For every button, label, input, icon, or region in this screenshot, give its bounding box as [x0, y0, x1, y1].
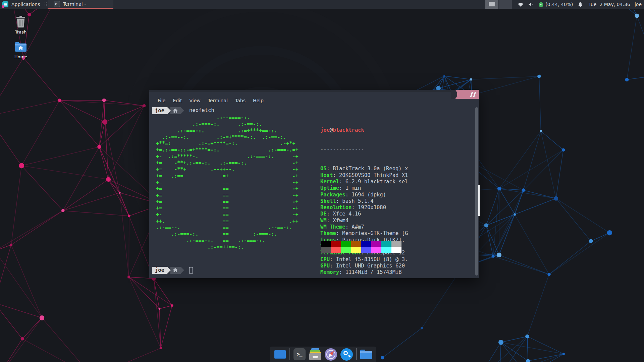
terminal-scrollbar[interactable] — [475, 107, 478, 276]
panel-user[interactable]: joe — [635, 2, 642, 7]
dock-show-desktop-button[interactable] — [274, 348, 286, 361]
palette-swatch — [351, 247, 361, 253]
terminal-window-icon: >_ — [54, 1, 60, 7]
scrollbar-thumb[interactable] — [475, 107, 478, 276]
prompt-user-segment: joe — [152, 267, 167, 274]
menu-file[interactable]: File — [154, 97, 169, 104]
menu-help[interactable]: Help — [249, 97, 267, 104]
applications-menu-icon — [2, 1, 9, 8]
home-folder-icon — [14, 42, 27, 52]
neofetch-entry: CPU: Intel i5-8350U (8) @ 3. — [320, 256, 408, 263]
applications-menu-label: Applications — [11, 2, 40, 7]
top-panel: Applications >_ Terminal - — [0, 0, 644, 9]
folder-icon — [360, 350, 372, 359]
compass-browser-icon — [325, 348, 337, 361]
desktop-icon-label: Trash — [15, 29, 26, 35]
battery-indicator[interactable]: (0:44, 40%) — [538, 2, 573, 7]
palette-swatch — [361, 241, 371, 247]
menu-edit[interactable]: Edit — [169, 97, 185, 104]
desktop-icon-label: Home — [14, 54, 27, 59]
panel-right: (0:44, 40%) Tue 2 May, 04:36 joe — [485, 0, 644, 9]
palette-swatch — [361, 247, 371, 253]
taskbar-window-title: Terminal - — [63, 1, 86, 7]
prompt-directory-segment — [170, 267, 181, 274]
neofetch-entry: WM: Xfwm4 — [320, 218, 408, 224]
neofetch-entry: Memory: 1114MiB / 15743MiB — [320, 269, 408, 276]
palette-swatch — [351, 241, 361, 247]
neofetch-entry: WM Theme: A#m7 — [320, 224, 408, 230]
terminal-icon: >_ — [293, 348, 306, 360]
bell-icon[interactable] — [578, 2, 583, 7]
dock: >_ — [270, 347, 376, 362]
palette-swatch — [371, 247, 381, 253]
home-icon — [173, 108, 178, 113]
palette-swatch — [331, 241, 341, 247]
wifi-icon[interactable] — [518, 2, 524, 7]
battery-text: (0:44, 40%) — [545, 2, 573, 7]
dock-file-manager-button[interactable] — [360, 348, 373, 361]
battery-icon — [538, 2, 544, 7]
desktop-icon-home[interactable]: Home — [7, 39, 34, 59]
powerline-arrow-icon — [181, 267, 184, 274]
neofetch-entry: DE: Xfce 4.16 — [320, 211, 408, 217]
neofetch-entry: GPU: Intel UHD Graphics 620 — [320, 263, 408, 269]
palette-swatch — [381, 241, 391, 247]
dock-web-browser-button[interactable] — [325, 348, 337, 361]
desktop: Applications >_ Terminal - — [0, 0, 644, 362]
neofetch-ascii-art: .:--====-:. .:-===-:. .:-==-:. .:-===-:.… — [156, 115, 298, 250]
prompt-directory-segment — [170, 107, 181, 114]
window-control-icon[interactable] — [470, 92, 476, 97]
neofetch-entry: Host: 20KGS0VS00 ThinkPad X1 — [320, 172, 408, 179]
neofetch-entry: Packages: 1694 (dpkg) — [320, 192, 408, 198]
terminal-window: FileEditViewTerminalTabsHelp joe neofetc… — [149, 90, 479, 278]
dock-file-cabinet-button[interactable] — [309, 348, 322, 361]
terminal-menubar: FileEditViewTerminalTabsHelp — [149, 92, 479, 106]
neofetch-entry: OS: BlackTrack 3.0a (Reog) x — [320, 166, 408, 172]
volume-icon[interactable] — [528, 2, 534, 7]
file-cabinet-icon — [309, 348, 321, 360]
home-icon — [173, 268, 178, 273]
prompt-line: joe neofetch — [152, 107, 214, 114]
workspace-1[interactable] — [485, 0, 499, 9]
workspace-switcher — [485, 0, 512, 9]
powerline-arrow-icon — [167, 107, 171, 114]
neofetch-entries: OS: BlackTrack 3.0a (Reog) xHost: 20KGS0… — [320, 166, 408, 276]
prompt-line: joe — [152, 266, 193, 274]
dock-separator — [289, 348, 290, 360]
search-icon — [340, 348, 353, 361]
palette-row-normal — [321, 241, 401, 247]
palette-swatch — [341, 247, 351, 253]
typed-command: neofetch — [189, 107, 214, 114]
prompt-user-segment: joe — [152, 107, 167, 114]
palette-swatch — [321, 247, 331, 253]
neofetch-title: joe@blacktrack — [320, 127, 408, 133]
desktop-icon-trash[interactable]: Trash — [7, 14, 34, 35]
workspace-window-preview — [489, 2, 495, 6]
palette-row-bright — [321, 247, 401, 253]
window-resize-handle[interactable] — [478, 185, 480, 216]
menu-tabs[interactable]: Tabs — [231, 97, 249, 104]
palette-swatch — [341, 241, 351, 247]
color-palette — [321, 241, 401, 253]
powerline-arrow-icon — [167, 267, 171, 274]
neofetch-entry: Shell: bash 5.1.4 — [320, 198, 408, 204]
panel-grip[interactable] — [44, 2, 47, 7]
taskbar-window-button[interactable]: >_ Terminal - — [48, 0, 113, 9]
applications-menu-button[interactable]: Applications — [0, 0, 44, 9]
palette-swatch — [381, 247, 391, 253]
palette-swatch — [391, 247, 401, 253]
terminal-screen[interactable]: joe neofetch .:--====-:. .:-===-:. .:-==… — [149, 106, 474, 278]
menu-terminal[interactable]: Terminal — [204, 97, 231, 104]
neofetch-separator: -------------- — [320, 146, 408, 153]
palette-swatch — [321, 241, 331, 247]
menu-view[interactable]: View — [186, 97, 204, 104]
show-desktop-icon — [274, 350, 286, 359]
workspace-2[interactable] — [499, 0, 512, 9]
dock-search-button[interactable] — [340, 348, 353, 361]
trash-icon — [15, 15, 26, 27]
neofetch-entry: Resolution: 644x362 — [320, 204, 408, 211]
dock-terminal-button[interactable]: >_ — [293, 348, 306, 361]
clock[interactable]: Tue 2 May, 04:36 — [587, 2, 630, 7]
window-decoration[interactable] — [451, 90, 479, 99]
palette-swatch — [391, 241, 401, 247]
